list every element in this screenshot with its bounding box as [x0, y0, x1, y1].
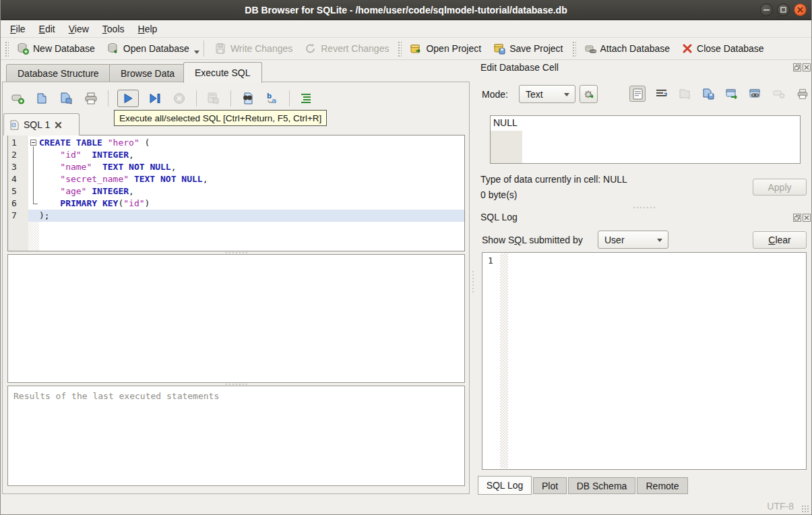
svg-text:a: a — [272, 96, 276, 105]
fold-collapse-icon[interactable] — [30, 140, 36, 146]
new-database-button[interactable]: New Database — [11, 39, 101, 58]
maximize-icon — [780, 7, 786, 13]
save-project-button[interactable]: Save Project — [487, 39, 569, 58]
toolbar-separator — [204, 40, 204, 57]
new-sql-tab-button[interactable] — [10, 90, 26, 107]
vertical-splitter-handle[interactable] — [471, 270, 475, 294]
execution-status-pane[interactable]: Results of the last executed statements — [7, 386, 465, 486]
execute-all-button[interactable] — [117, 90, 139, 107]
open-sql-file-button[interactable] — [34, 90, 51, 107]
sql-log-filter-select[interactable]: User — [598, 231, 668, 249]
attach-database-button[interactable]: Attach Database — [578, 39, 677, 58]
open-external-icon — [726, 89, 738, 99]
encoding-indicator[interactable]: UTF-8 — [767, 501, 794, 512]
print-cell-button[interactable] — [794, 86, 811, 102]
open-database-button[interactable]: Open Database — [101, 39, 195, 58]
find-button[interactable] — [240, 90, 256, 107]
printer-icon — [84, 92, 98, 105]
execute-tooltip: Execute all/selected SQL [Ctrl+Return, F… — [114, 110, 327, 126]
menu-view[interactable]: View — [62, 22, 96, 36]
save-file-icon — [59, 92, 74, 105]
project-save-icon — [493, 42, 505, 55]
close-tab-icon[interactable] — [55, 121, 62, 129]
format-sql-button[interactable] — [299, 90, 315, 107]
bottom-tab-sql-log[interactable]: SQL Log — [478, 476, 532, 495]
edit-cell-title: Edit Database Cell — [480, 62, 559, 73]
sql-file-tab[interactable]: SQL 1 — [3, 113, 80, 135]
import-cell-data-button[interactable] — [677, 86, 693, 102]
tab-database-structure[interactable]: Database Structure — [6, 64, 111, 82]
set-null-button[interactable] — [771, 86, 787, 102]
toolbar-drag-handle[interactable] — [397, 40, 402, 57]
open-project-button[interactable]: Open Project — [404, 39, 487, 58]
toolbar-drag-handle[interactable] — [571, 40, 576, 57]
toolbar-separator — [196, 90, 197, 107]
log-fold-margin — [500, 253, 508, 468]
resize-grip[interactable] — [801, 505, 809, 513]
menubar: File Edit View Tools Help — [1, 20, 811, 38]
stop-button[interactable] — [171, 90, 187, 107]
auto-switch-mode-button[interactable] — [580, 85, 598, 103]
window-title: DB Browser for SQLite - /home/user/code/… — [245, 5, 567, 16]
float-icon — [794, 215, 800, 220]
titlebar[interactable]: DB Browser for SQLite - /home/user/code/… — [1, 0, 811, 20]
minimize-button[interactable] — [760, 3, 773, 16]
close-button[interactable] — [794, 3, 807, 16]
print-sql-button[interactable] — [83, 90, 99, 107]
editor-line-current: 7 ); — [8, 210, 464, 222]
results-table-pane[interactable] — [7, 254, 465, 383]
save-results-icon — [206, 92, 221, 105]
replace-button[interactable]: b a — [264, 90, 280, 107]
mode-select[interactable]: Text — [519, 85, 575, 103]
save-results-button[interactable] — [206, 90, 222, 107]
mode-label: Mode: — [482, 89, 508, 100]
dock-splitter-handle[interactable] — [633, 206, 656, 209]
menu-help[interactable]: Help — [131, 22, 164, 36]
export-cell-data-button[interactable] — [700, 86, 716, 102]
play-to-line-icon — [149, 93, 161, 104]
dock-close-button[interactable] — [803, 63, 811, 71]
dock-float-button[interactable] — [793, 214, 801, 222]
sql-editor[interactable]: 1 CREATE TABLE "hero" ( 2 "id" INTEGER, … — [7, 135, 465, 251]
bottom-tab-db-schema[interactable]: DB Schema — [568, 477, 635, 494]
open-in-external-button[interactable] — [724, 86, 740, 102]
menu-edit[interactable]: Edit — [32, 22, 62, 36]
tab-browse-data[interactable]: Browse Data — [109, 64, 186, 82]
save-sql-file-button[interactable] — [59, 90, 75, 107]
menu-tools[interactable]: Tools — [96, 22, 131, 36]
bottom-tab-plot[interactable]: Plot — [533, 477, 567, 494]
link-icon — [749, 89, 761, 99]
open-database-dropdown-caret[interactable] — [194, 51, 199, 54]
chevron-down-icon — [564, 93, 569, 96]
apply-button[interactable]: Apply — [753, 179, 807, 195]
bottom-tab-remote[interactable]: Remote — [637, 477, 688, 494]
dock-float-button[interactable] — [793, 63, 801, 71]
execute-line-button[interactable] — [147, 90, 163, 107]
cell-value-editor[interactable]: NULL — [490, 115, 801, 164]
status-bar: UTF-8 — [1, 497, 811, 515]
toolbar-separator — [108, 90, 108, 107]
close-database-button[interactable]: Close Database — [676, 39, 770, 58]
close-icon — [804, 65, 809, 70]
word-wrap-button[interactable] — [653, 86, 669, 102]
find-in-file-icon — [241, 92, 255, 105]
copy-link-button[interactable] — [747, 86, 763, 102]
replace-icon: b a — [266, 92, 279, 105]
dock-close-button[interactable] — [803, 214, 811, 222]
close-icon — [797, 7, 803, 13]
cell-type-info: Type of data currently in cell: NULL — [480, 174, 627, 185]
app-window: { "window": { "title": "DB Browser for S… — [0, 0, 812, 515]
write-changes-button[interactable]: Write Changes — [208, 39, 299, 58]
editor-line: 2 "id" INTEGER, — [8, 149, 464, 161]
clear-log-button[interactable]: Clear — [753, 231, 807, 249]
menu-file[interactable]: File — [3, 22, 32, 36]
sql-log-view[interactable]: 1 — [482, 252, 807, 470]
tab-execute-sql[interactable]: Execute SQL — [183, 62, 262, 83]
maximize-button[interactable] — [777, 3, 790, 16]
toolbar-drag-handle[interactable] — [4, 40, 9, 57]
write-changes-icon — [214, 42, 226, 55]
text-mode-button[interactable] — [629, 86, 646, 102]
save-as-icon — [702, 88, 714, 100]
editor-line: 1 CREATE TABLE "hero" ( — [8, 137, 464, 149]
revert-changes-button[interactable]: Revert Changes — [299, 39, 395, 58]
